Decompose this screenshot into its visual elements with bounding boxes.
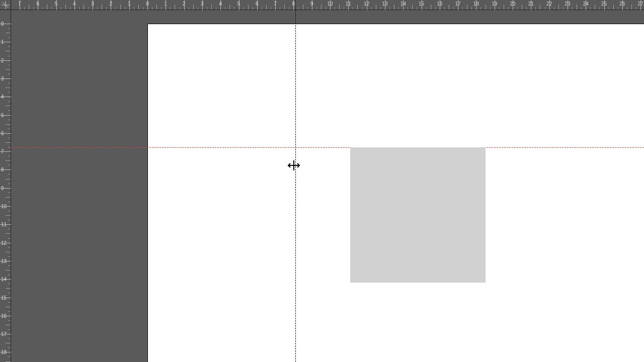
- ruler-v-label: 11: [1, 222, 7, 227]
- canvas-workspace[interactable]: [11, 10, 644, 362]
- ruler-v-label: 7: [1, 149, 4, 154]
- ruler-h-label: 16: [437, 1, 442, 7]
- ruler-h-label: 4: [219, 1, 222, 7]
- ruler-h-label: 4: [73, 1, 76, 7]
- ruler-v-label: 14: [1, 277, 7, 282]
- ruler-v-label: 2: [1, 57, 4, 63]
- ruler-h-label: 10: [327, 1, 333, 7]
- ruler-v-label: 16: [1, 313, 7, 318]
- ruler-v-label: 4: [1, 94, 4, 100]
- ruler-v-label: 10: [1, 204, 7, 209]
- rectangle-shape[interactable]: [350, 147, 486, 283]
- ruler-h-label: 26: [619, 1, 625, 7]
- ruler-h-label: 9: [310, 1, 313, 7]
- ruler-h-label: 23: [565, 1, 570, 7]
- ruler-v-label: 6: [1, 130, 4, 136]
- ruler-v-label: 3: [1, 75, 4, 81]
- ruler-h-label: 12: [364, 1, 369, 7]
- ruler-h-label: 18: [473, 1, 479, 7]
- ruler-v-label: 13: [1, 258, 7, 263]
- ruler-h-label: 3: [91, 1, 94, 7]
- vertical-guide-line[interactable]: [295, 10, 296, 362]
- ruler-h-label: 7: [18, 1, 21, 7]
- crosshair-icon: [2, 1, 10, 9]
- ruler-h-label: 6: [256, 1, 259, 7]
- ruler-h-label: 1: [128, 1, 131, 7]
- ruler-h-label: 2: [110, 1, 113, 7]
- ruler-h-label: 5: [55, 1, 58, 7]
- ruler-h-label: 8: [292, 1, 295, 7]
- ruler-h-label: 15: [419, 1, 424, 7]
- horizontal-ruler[interactable]: 7654321012345678910111213141516171819202…: [11, 0, 644, 10]
- ruler-h-label: 0: [146, 1, 149, 7]
- ruler-h-label: 13: [382, 1, 387, 7]
- ruler-h-label: 7: [274, 1, 277, 7]
- ruler-v-label: 15: [1, 295, 7, 300]
- ruler-v-label: 5: [1, 112, 4, 118]
- ruler-v-label: 0: [1, 21, 4, 27]
- ruler-h-label: 19: [492, 1, 497, 7]
- ruler-h-label: 21: [528, 1, 534, 7]
- ruler-h-label: 5: [237, 1, 240, 7]
- ruler-origin[interactable]: [0, 0, 11, 10]
- ruler-h-label: 22: [546, 1, 552, 7]
- ruler-v-label: 1: [1, 39, 4, 45]
- ruler-h-label: 2: [183, 1, 186, 7]
- ruler-v-label: 17: [1, 331, 7, 337]
- ruler-v-label: 18: [1, 349, 7, 355]
- ruler-v-label: 9: [1, 185, 4, 191]
- ruler-h-label: 14: [400, 1, 406, 7]
- ruler-v-label: 12: [1, 240, 7, 245]
- ruler-h-label: 17: [455, 1, 461, 7]
- ruler-v-label: 8: [1, 167, 4, 172]
- ruler-h-label: 24: [583, 1, 589, 7]
- ruler-h-label: 20: [510, 1, 515, 7]
- ruler-h-label: 27: [638, 1, 643, 7]
- vertical-ruler[interactable]: 012345678910111213141516171819: [0, 10, 11, 362]
- ruler-h-label: 1: [165, 1, 168, 7]
- ruler-h-label: 3: [201, 1, 204, 7]
- ruler-h-label: 6: [36, 1, 39, 7]
- ruler-h-label: 11: [346, 1, 351, 7]
- ruler-h-label: 25: [601, 1, 607, 7]
